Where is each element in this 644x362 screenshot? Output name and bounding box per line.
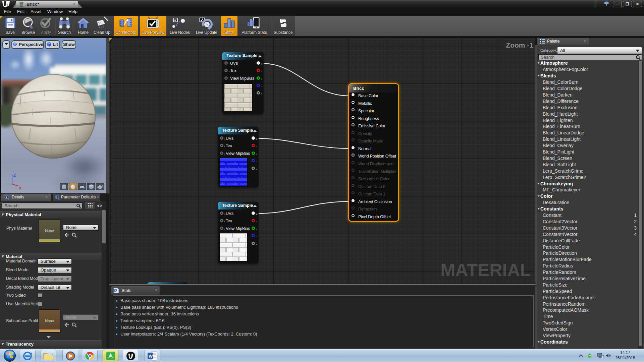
svg-text:Z: Z bbox=[13, 173, 16, 177]
svg-text:X: X bbox=[19, 186, 22, 190]
svg-text:W: W bbox=[149, 354, 153, 359]
